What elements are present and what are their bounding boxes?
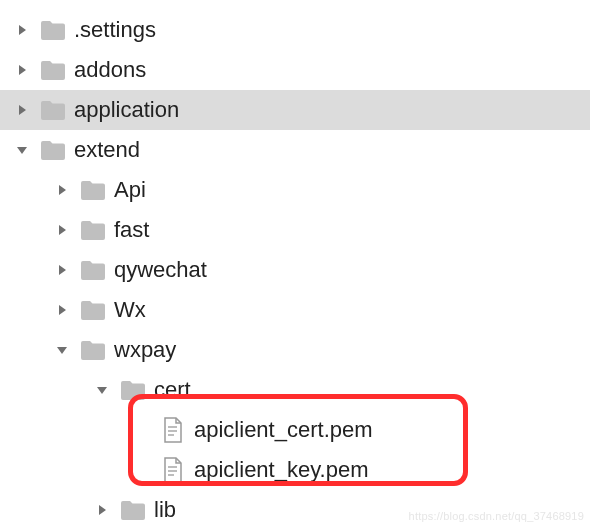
svg-marker-6	[59, 265, 66, 275]
svg-marker-9	[97, 387, 107, 394]
folder-icon	[40, 57, 66, 83]
chevron-right-icon[interactable]	[52, 260, 72, 280]
svg-marker-2	[19, 105, 26, 115]
tree-item-label: apiclient_cert.pem	[194, 417, 373, 443]
tree-item-label: qywechat	[114, 257, 207, 283]
svg-marker-8	[57, 347, 67, 354]
chevron-right-icon[interactable]	[12, 100, 32, 120]
svg-marker-4	[59, 185, 66, 195]
folder-icon	[80, 297, 106, 323]
tree-item-label: application	[74, 97, 179, 123]
folder-icon	[80, 217, 106, 243]
folder-icon	[120, 497, 146, 523]
folder-icon	[120, 377, 146, 403]
tree-item-label: lib	[154, 497, 176, 523]
tree-row[interactable]: wxpay	[0, 330, 590, 370]
svg-marker-1	[19, 65, 26, 75]
file-icon	[160, 417, 186, 443]
chevron-right-icon[interactable]	[92, 500, 112, 520]
svg-marker-5	[59, 225, 66, 235]
folder-icon	[40, 137, 66, 163]
tree-item-label: .settings	[74, 17, 156, 43]
chevron-right-icon[interactable]	[12, 60, 32, 80]
chevron-down-icon[interactable]	[52, 340, 72, 360]
svg-marker-16	[99, 505, 106, 515]
watermark: https://blog.csdn.net/qq_37468919	[409, 510, 584, 522]
folder-icon	[40, 97, 66, 123]
tree-item-label: addons	[74, 57, 146, 83]
chevron-right-icon[interactable]	[52, 180, 72, 200]
tree-row[interactable]: apiclient_cert.pem	[0, 410, 590, 450]
tree-row[interactable]: cert	[0, 370, 590, 410]
folder-icon	[80, 257, 106, 283]
file-tree: .settingsaddonsapplicationextendApifastq…	[0, 0, 590, 526]
tree-row[interactable]: application	[0, 90, 590, 130]
tree-item-label: Api	[114, 177, 146, 203]
tree-row[interactable]: qywechat	[0, 250, 590, 290]
tree-row[interactable]: fast	[0, 210, 590, 250]
chevron-right-icon[interactable]	[12, 20, 32, 40]
tree-row[interactable]: apiclient_key.pem	[0, 450, 590, 490]
tree-item-label: cert	[154, 377, 191, 403]
tree-item-label: apiclient_key.pem	[194, 457, 368, 483]
tree-row[interactable]: Wx	[0, 290, 590, 330]
tree-row[interactable]: extend	[0, 130, 590, 170]
svg-marker-3	[17, 147, 27, 154]
folder-icon	[80, 337, 106, 363]
tree-item-label: fast	[114, 217, 149, 243]
chevron-right-icon[interactable]	[52, 300, 72, 320]
chevron-down-icon[interactable]	[92, 380, 112, 400]
tree-item-label: extend	[74, 137, 140, 163]
folder-icon	[40, 17, 66, 43]
tree-row[interactable]: addons	[0, 50, 590, 90]
tree-row[interactable]: .settings	[0, 10, 590, 50]
tree-row[interactable]: Api	[0, 170, 590, 210]
folder-icon	[80, 177, 106, 203]
chevron-right-icon[interactable]	[52, 220, 72, 240]
tree-item-label: Wx	[114, 297, 146, 323]
svg-marker-0	[19, 25, 26, 35]
svg-marker-7	[59, 305, 66, 315]
file-icon	[160, 457, 186, 483]
tree-item-label: wxpay	[114, 337, 176, 363]
chevron-down-icon[interactable]	[12, 140, 32, 160]
